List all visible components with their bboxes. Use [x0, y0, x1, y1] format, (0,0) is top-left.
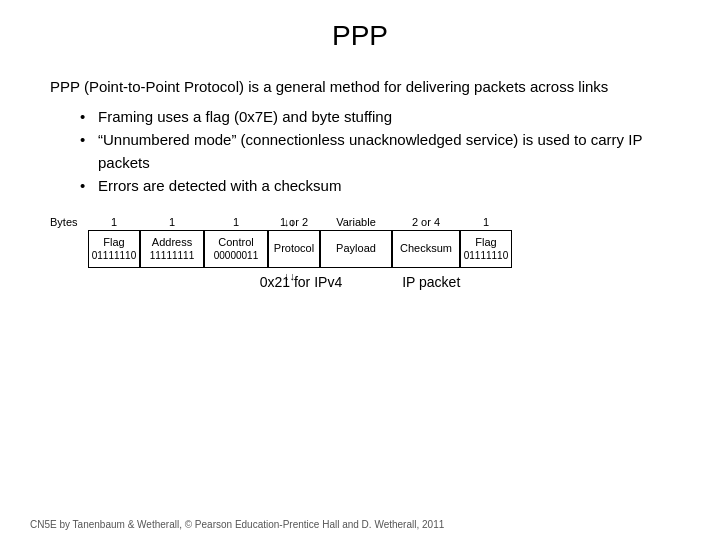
bottom-label-left: 0x21 for IPv4	[260, 274, 343, 290]
bullet-item-3: Errors are detected with a checksum	[80, 174, 670, 197]
bytes-header-cells: 1111 or 2Variable2 or 41	[88, 216, 670, 228]
bullet-item-2: “Unnumbered mode” (connectionless unackn…	[80, 128, 670, 175]
frame-cell-0: Flag01111110	[88, 230, 140, 268]
slide-page: PPP PPP (Point-to-Point Protocol) is a g…	[0, 0, 720, 540]
frame-cells: Flag01111110Address11111111Control000000…	[88, 230, 670, 268]
intro-text: PPP (Point-to-Point Protocol) is a gener…	[50, 76, 670, 99]
frame-cell-5: Checksum	[392, 230, 460, 268]
bullet-item-1: Framing uses a flag (0x7E) and byte stuf…	[80, 105, 670, 128]
frame-cell-3: Protocol	[268, 230, 320, 268]
bottom-labels: 0x21 for IPv4 IP packet	[50, 274, 670, 290]
frame-cell-2: Control00000011	[204, 230, 268, 268]
frame-cells-row: Flag01111110Address11111111Control000000…	[50, 230, 670, 268]
bytes-header-cell-1: 1	[140, 216, 204, 228]
spacer	[50, 230, 88, 268]
bytes-header-row: Bytes 1111 or 2Variable2 or 41	[50, 216, 670, 228]
bottom-label-right: IP packet	[402, 274, 460, 290]
frame-cell-6: Flag01111110	[460, 230, 512, 268]
frame-diagram: Bytes 1111 or 2Variable2 or 41 Flag01111…	[50, 216, 670, 290]
bytes-header-cell-5: 2 or 4	[392, 216, 460, 228]
bytes-header-cell-6: 1	[460, 216, 512, 228]
frame-cell-4: Payload	[320, 230, 392, 268]
slide-title: PPP	[50, 20, 670, 52]
bytes-label: Bytes	[50, 216, 88, 228]
bytes-header-cell-2: 1	[204, 216, 268, 228]
frame-cell-1: Address11111111	[140, 230, 204, 268]
bytes-header-cell-0: 1	[88, 216, 140, 228]
footnote: CN5E by Tanenbaum & Wetherall, © Pearson…	[30, 519, 444, 530]
bullet-list: Framing uses a flag (0x7E) and byte stuf…	[80, 105, 670, 198]
bytes-header-cell-4: Variable	[320, 216, 392, 228]
